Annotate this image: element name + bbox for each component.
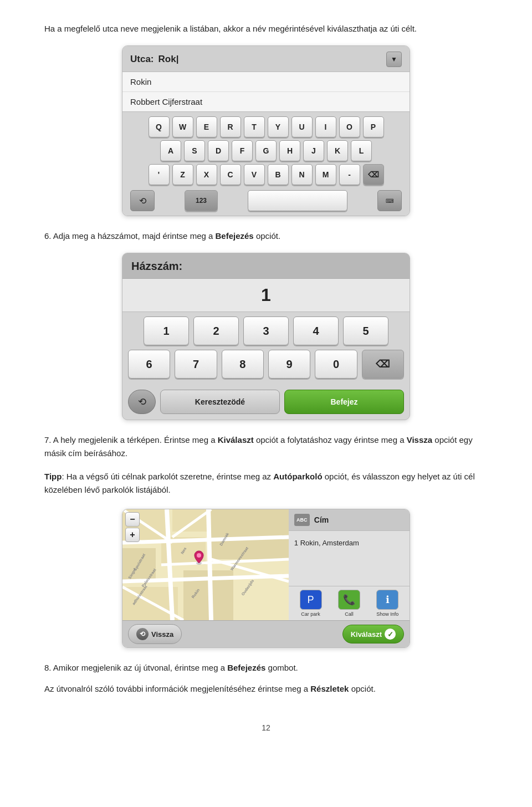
key-g[interactable]: G [255, 140, 277, 161]
key-p[interactable]: P [363, 116, 384, 137]
tipp-block: Tipp: Ha a végső úti célnak parkolót sze… [44, 470, 488, 497]
last-paragraph: Az útvonalról szóló további információk … [44, 682, 488, 696]
numpad-key-1[interactable]: 1 [144, 316, 189, 345]
key-m[interactable]: M [315, 164, 336, 185]
suggestion-item-robbert[interactable]: Robbert Cijferstraat [122, 92, 410, 111]
suggestion-item-rokin[interactable]: Rokin [122, 72, 410, 92]
showinfo-icon: ℹ [376, 590, 398, 610]
numpad-befejez-button[interactable]: Befejez [284, 390, 404, 414]
map-screenshot-wrapper: adhuisstraat Singel Spuistraat Paleisstr… [44, 509, 488, 648]
step-6-text: 6. Adja meg a házszámot, majd érintse me… [44, 229, 488, 243]
numpad-key-0[interactable]: 0 [315, 350, 357, 379]
numpad-key-backspace[interactable]: ⌫ [362, 350, 404, 379]
map-info-panel: ABC Cím 1 Rokin, Amsterdam P Car park 📞 … [288, 509, 410, 620]
svg-rect-5 [211, 509, 289, 559]
keyboard-scroll-btn[interactable]: ▼ [386, 52, 402, 67]
step-7-bold1: Kiválaszt [218, 435, 254, 445]
map-address: 1 Rokin, Amsterdam [289, 531, 410, 586]
key-z[interactable]: Z [172, 164, 193, 185]
last-bold: Részletek [310, 684, 349, 693]
key-s[interactable]: S [184, 140, 205, 161]
numpad-keys: 1 2 3 4 5 6 7 8 9 0 ⌫ [122, 312, 410, 386]
step-6-prefix: 6. Adja meg a házszámot, majd érintse me… [44, 231, 216, 241]
call-icon: 📞 [338, 590, 360, 610]
key-dash[interactable]: - [339, 164, 360, 185]
key-r[interactable]: R [220, 116, 241, 137]
map-nav-bottom: ⟲ Vissza Kiválaszt ✓ [122, 620, 410, 647]
keyboard-screenshot: Utca: Rok| ▼ Rokin Robbert Cijferstraat … [122, 45, 410, 216]
key-l[interactable]: L [351, 140, 372, 161]
map-zoom-plus-button[interactable]: + [125, 528, 140, 542]
key-h[interactable]: H [279, 140, 300, 161]
key-y[interactable]: Y [268, 116, 289, 137]
key-apostrophe[interactable]: ' [149, 164, 170, 185]
map-zoom-minus-button[interactable]: − [125, 512, 140, 527]
step-8-bold: Befejezés [227, 663, 265, 672]
map-call-button[interactable]: 📞 Call [338, 590, 360, 617]
key-b[interactable]: B [268, 164, 289, 185]
numpad-key-4[interactable]: 4 [293, 316, 339, 345]
keyboard-row-3: ' Z X C V B N M - ⌫ [126, 164, 406, 185]
keyboard-hide-button[interactable]: ⌨ [377, 190, 402, 211]
showinfo-label: Show Info [376, 611, 398, 617]
numpad-key-7[interactable]: 7 [175, 350, 217, 379]
carpark-icon: P [300, 590, 322, 610]
map-vissza-button[interactable]: ⟲ Vissza [128, 624, 182, 644]
key-j[interactable]: J [303, 140, 324, 161]
map-screenshot: adhuisstraat Singel Spuistraat Paleisstr… [122, 509, 410, 648]
key-v[interactable]: V [244, 164, 265, 185]
numpad-bottom: ⟲ Keresztezödé Befejez [122, 386, 410, 420]
map-info-header: ABC Cím [289, 509, 410, 531]
numpad-row-1: 1 2 3 4 5 [128, 316, 404, 345]
map-kivalaszt-button[interactable]: Kiválaszt ✓ [342, 625, 404, 643]
carpark-label: Car park [301, 611, 320, 617]
abc-icon: ABC [294, 514, 310, 526]
key-o[interactable]: O [339, 116, 360, 137]
map-showinfo-button[interactable]: ℹ Show Info [376, 590, 398, 617]
key-backspace[interactable]: ⌫ [363, 164, 384, 185]
numpad-row-2: 6 7 8 9 0 ⌫ [128, 350, 404, 379]
map-info-title: Cím [314, 515, 329, 524]
numpad-key-9[interactable]: 9 [268, 350, 310, 379]
keyboard-back-button[interactable]: ⟲ [130, 190, 155, 211]
key-x[interactable]: X [196, 164, 217, 185]
key-e[interactable]: E [196, 116, 217, 137]
numpad-key-6[interactable]: 6 [128, 350, 170, 379]
numpad-key-8[interactable]: 8 [222, 350, 264, 379]
key-t[interactable]: T [244, 116, 265, 137]
key-u[interactable]: U [291, 116, 313, 137]
map-carpark-button[interactable]: P Car park [300, 590, 322, 617]
key-a[interactable]: A [160, 140, 181, 161]
numpad-key-2[interactable]: 2 [193, 316, 239, 345]
key-123[interactable]: 123 [185, 190, 218, 211]
step-8-suffix: gombot. [265, 663, 298, 672]
vissza-circle-icon: ⟲ [136, 628, 149, 640]
key-n[interactable]: N [291, 164, 313, 185]
page-number: 12 [44, 723, 488, 732]
vissza-label: Vissza [151, 630, 173, 639]
key-k[interactable]: K [327, 140, 348, 161]
key-q[interactable]: Q [149, 116, 170, 137]
numpad-keresztezo-button[interactable]: Keresztezödé [160, 390, 280, 414]
step-6-bold: Befejezés [216, 231, 254, 241]
numpad-back-button[interactable]: ⟲ [128, 390, 156, 414]
keyboard-suggestions: Rokin Robbert Cijferstraat [122, 72, 410, 112]
step-7-prefix: 7. A hely megjelenik a térképen. Érintse… [44, 435, 218, 445]
keyboard-input-value: Rok| [158, 54, 382, 65]
keyboard-row-1: Q W E R T Y U I O P [126, 116, 406, 137]
key-d[interactable]: D [208, 140, 229, 161]
step-8-text: 8. Amikor megjelenik az új útvonal, érin… [44, 661, 488, 675]
key-w[interactable]: W [172, 116, 193, 137]
svg-line-11 [208, 509, 211, 620]
map-action-buttons: P Car park 📞 Call ℹ Show Info [289, 586, 410, 620]
numpad-key-5[interactable]: 5 [343, 316, 388, 345]
key-c[interactable]: C [220, 164, 241, 185]
numpad-key-3[interactable]: 3 [243, 316, 289, 345]
call-label: Call [345, 611, 354, 617]
svg-point-27 [197, 553, 201, 558]
key-f[interactable]: F [232, 140, 253, 161]
key-space[interactable] [248, 190, 347, 211]
keyboard-input-bar: Utca: Rok| ▼ [122, 46, 410, 72]
keyboard-bottom-row: ⟲ 123 ⌨ [126, 188, 406, 212]
key-i[interactable]: I [315, 116, 336, 137]
